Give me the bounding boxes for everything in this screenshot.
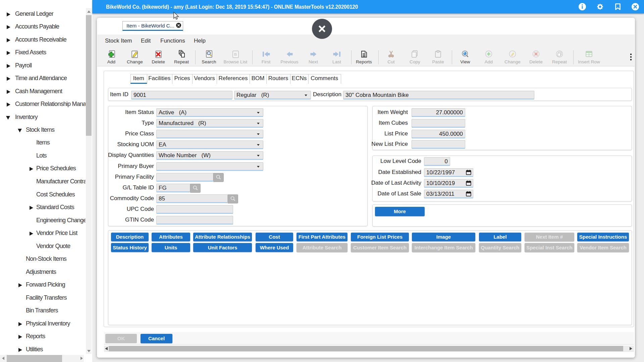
svg-text:B: B: [234, 52, 237, 57]
